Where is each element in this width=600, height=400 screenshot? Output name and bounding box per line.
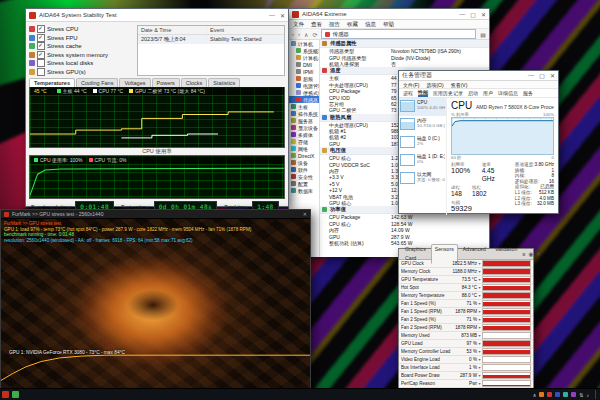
sst-tab[interactable]: Statistics (208, 78, 240, 87)
network-icon[interactable]: ⇅ (579, 392, 583, 398)
sst-tab[interactable]: Powers (152, 78, 180, 87)
tray-icon[interactable] (539, 392, 544, 397)
maximize-button[interactable]: ▢ (470, 11, 476, 18)
menu-item[interactable]: 文件 (293, 21, 304, 28)
tray-icon[interactable] (571, 392, 576, 397)
tree-item[interactable]: 计算机 (289, 40, 319, 47)
tab[interactable]: 应用历史记录 (433, 90, 463, 96)
tab[interactable]: 服务 (523, 90, 533, 96)
tray-expand-icon[interactable]: ∧ (533, 392, 537, 398)
tree-item[interactable]: 多媒体 (289, 131, 319, 138)
taskbar-app-icon[interactable] (12, 391, 19, 398)
forward-icon[interactable]: › (298, 31, 300, 37)
sidebar-item[interactable]: CPU 100% 4.45 GHz (399, 98, 446, 116)
col-date-time[interactable]: Date & Time (138, 26, 207, 34)
gpuz-sensor-row[interactable]: Bus Interface Load 1 % ▾ (399, 364, 533, 372)
gpuz-sensor-row[interactable]: Fan 1 Speed (RPM) 1878 RPM ▾ (399, 308, 533, 316)
tab[interactable]: 详细信息 (498, 90, 518, 96)
tree-item[interactable]: 数据库 (289, 187, 319, 194)
sst-tab[interactable]: Cooling Fans (76, 78, 118, 87)
stress-checkbox-row[interactable]: Stress FPU (29, 34, 133, 42)
menu-item[interactable]: 选项(O) (426, 82, 443, 88)
sensor-row[interactable]: 传感器类型 Nuvoton NCT6798D (ISA 290h) (320, 48, 489, 54)
refresh-icon[interactable]: ⟳ (312, 31, 317, 38)
tree-item[interactable]: DirectX (289, 152, 319, 159)
menu-item[interactable]: 收藏 (347, 21, 358, 28)
sensor-row[interactable]: 机箱入侵探测 否 (320, 61, 489, 67)
close-button[interactable]: ✕ (550, 72, 555, 79)
stress-checkbox-row[interactable]: Stress cache (29, 42, 133, 50)
checkbox[interactable] (37, 42, 45, 50)
sst-tab[interactable]: Clocks (181, 78, 208, 87)
tree-item[interactable]: 便携式计算机 (289, 89, 319, 96)
aida64-titlebar[interactable]: AIDA64 Extreme — ▢ ✕ (289, 9, 489, 20)
checkbox[interactable] (37, 25, 45, 33)
gpuz-sensor-row[interactable]: Fan 2 Speed (%) 71 % ▾ (399, 316, 533, 324)
sidebar-item[interactable]: 以太网 发送: 0 接收: 0 (399, 170, 446, 188)
gpuz-sensor-row[interactable]: Memory Temperature 88.0 °C ▾ (399, 292, 533, 300)
close-button[interactable]: ✕ (481, 11, 486, 18)
log-row[interactable]: 2023/5/7 晚上8:04 Stability Test: Started (138, 35, 284, 44)
camera-icon[interactable]: ◉ (529, 251, 534, 257)
gpuz-sensor-row[interactable]: Memory Clock 1188.0 MHz ▾ (399, 268, 533, 276)
gpuz-sensor-row[interactable]: PerfCap Reason Pwr ▾ (399, 380, 533, 388)
tree-item[interactable]: 超频 (289, 75, 319, 82)
tree-item[interactable]: DMI (289, 61, 319, 68)
tree-item[interactable]: 配置 (289, 180, 319, 187)
close-button[interactable]: ✕ (303, 211, 307, 217)
stress-checkbox-row[interactable]: Stress system memory (29, 51, 133, 59)
sensor-row[interactable]: 内存 14.09 W (320, 227, 489, 233)
sensor-row[interactable]: CPU Package 142.63 W (320, 214, 489, 220)
minimize-button[interactable]: — (528, 72, 534, 79)
tree-item[interactable]: 设备 (289, 159, 319, 166)
address-breadcrumb[interactable]: 传感器 (321, 29, 476, 39)
sensor-row[interactable]: GPU 287.9 W (320, 233, 489, 239)
volume-icon[interactable]: ♪ (587, 392, 590, 398)
stress-checkbox-row[interactable]: Stress local disks (29, 59, 133, 67)
menu-item[interactable]: 信息 (365, 21, 376, 28)
tree-item[interactable]: 网络 (289, 145, 319, 152)
cpu-utilization-graph[interactable] (451, 117, 554, 155)
tree-item[interactable]: 安全性 (289, 173, 319, 180)
maximize-button[interactable]: ▢ (539, 72, 545, 79)
stress-checkbox-row[interactable]: Stress CPU (29, 25, 133, 33)
gpuz-sensor-row[interactable]: GPU Load 97 % ▾ (399, 340, 533, 348)
checkbox[interactable] (37, 59, 45, 67)
menu-item[interactable]: 帮助 (383, 21, 394, 28)
sst-titlebar[interactable]: AIDA64 System Stability Test — ✕ (26, 9, 288, 22)
tree-item[interactable]: 电源管理 (289, 82, 319, 89)
tab[interactable]: 性能 (418, 89, 428, 97)
menu-item[interactable]: 查看(V) (451, 82, 468, 88)
menu-icon[interactable]: ≡ (522, 251, 525, 257)
minimize-button[interactable]: — (269, 12, 275, 19)
tab[interactable]: 启动 (468, 90, 478, 96)
menu-item[interactable]: 查看 (311, 21, 322, 28)
tree-item[interactable]: 计算机名称 (289, 54, 319, 61)
tray-icon[interactable] (563, 392, 568, 397)
checkbox[interactable] (37, 34, 45, 42)
sidebar-item[interactable]: 内存 10.7/16.0 GB (67%) (399, 116, 446, 134)
tree-item[interactable]: 显示设备 (289, 124, 319, 131)
sensor-row[interactable]: GPU 传感器类型 Diode (NV-Diode) (320, 54, 489, 60)
task-manager-titlebar[interactable]: 任务管理器 — ▢ ✕ (399, 71, 558, 81)
tree-item[interactable]: 传感器 (289, 96, 319, 103)
minimize-button[interactable]: — (459, 11, 465, 18)
gpuz-sensor-row[interactable]: GPU Clock 1822.5 MHz ▾ (399, 260, 533, 268)
menu-item[interactable]: 报告 (329, 21, 340, 28)
gpuz-sensor-row[interactable]: Fan 2 Speed (RPM) 1878 RPM ▾ (399, 324, 533, 332)
sidebar-item[interactable]: 磁盘 1 (D: E:) 0% (399, 152, 446, 170)
up-icon[interactable]: ∧ (304, 31, 308, 38)
sensor-row[interactable]: CPU 核心 128.54 W (320, 221, 489, 227)
tree-item[interactable]: 存储 (289, 138, 319, 145)
tree-item[interactable]: 主板 (289, 103, 319, 110)
tree-item[interactable]: 操作系统 (289, 110, 319, 117)
tray-icon[interactable] (555, 392, 560, 397)
gpuz-sensor-row[interactable]: Board Power Draw 287.9 W ▾ (399, 372, 533, 380)
gpuz-sensor-row[interactable]: GPU Temperature 73.5 °C ▾ (399, 276, 533, 284)
tree-item[interactable]: 服务器 (289, 117, 319, 124)
col-event[interactable]: Event (207, 26, 227, 34)
close-button[interactable]: ✕ (280, 12, 285, 19)
tree-item[interactable]: 系统概述 (289, 47, 319, 54)
gpuz-sensor-row[interactable]: Video Engine Load 0 % ▾ (399, 356, 533, 364)
report-icon[interactable]: ▤ (480, 31, 486, 38)
